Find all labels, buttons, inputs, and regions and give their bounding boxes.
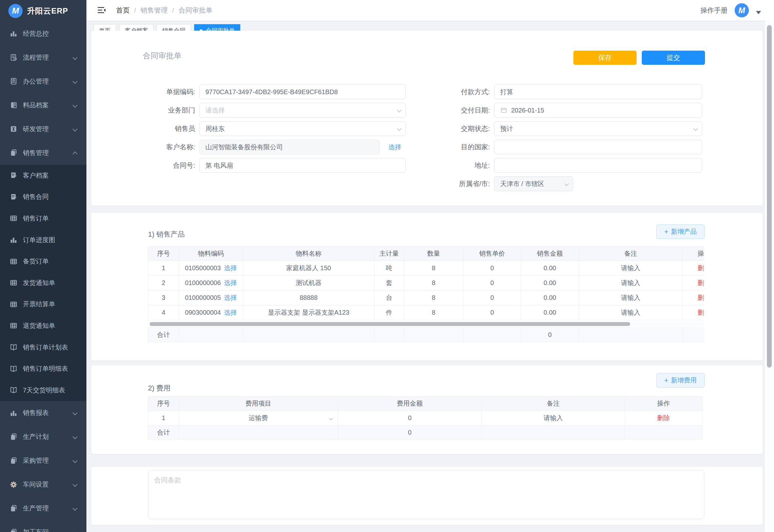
sidebar-item-sales-order-detail[interactable]: 销售订单明细表 [0, 358, 86, 379]
sidebar-item-sales-contract[interactable]: 销售合同 [0, 186, 86, 208]
breadcrumb-sales-mgmt[interactable]: 销售管理 [141, 6, 168, 15]
terms-field-wrap [148, 470, 704, 519]
sidebar-item-material-archive[interactable]: 料品档案 [0, 93, 86, 117]
products-hscrollbar-thumb[interactable] [150, 322, 630, 326]
sidebar-item-workshop-settings[interactable]: 车间设置 [0, 473, 86, 497]
select-link[interactable]: 选择 [224, 294, 237, 301]
delete-link[interactable]: 删除 [698, 294, 704, 301]
breadcrumb-separator: / [172, 6, 174, 14]
open-book-icon [10, 365, 17, 373]
select-link[interactable]: 选择 [224, 279, 237, 286]
user-menu-caret-icon[interactable] [756, 11, 761, 14]
sidebar-item-invoice-settlement[interactable]: 开票结算单 [0, 294, 86, 315]
document-edit-icon [10, 193, 17, 201]
breadcrumb: 首页 / 销售管理 / 合同审批单 [116, 6, 213, 15]
sidebar-item-stock-order[interactable]: 备货订单 [0, 251, 86, 272]
submit-button[interactable]: 提交 [642, 51, 705, 65]
documents-icon [10, 433, 17, 441]
save-button[interactable]: 保存 [573, 51, 637, 65]
remark-input[interactable]: 请输入 [579, 305, 683, 320]
doc-code-field[interactable] [199, 84, 406, 99]
process-icon [10, 54, 17, 61]
delete-link[interactable]: 删除 [657, 414, 670, 421]
delete-link[interactable]: 删除 [698, 309, 704, 316]
open-book-icon [10, 386, 17, 394]
i-square-icon [10, 125, 17, 133]
products-card: 1) 销售产品 + 新增产品 序号 物料编码 物料名称 主计量 数量 销售单价 … [91, 213, 763, 360]
delete-link[interactable]: 删除 [698, 279, 704, 286]
products-total-clip: 合计 0 [148, 328, 704, 342]
select-link[interactable]: 选择 [224, 264, 237, 271]
bar-chart-icon [10, 409, 17, 417]
destination-country-field[interactable] [494, 140, 702, 154]
province-city-select[interactable] [494, 176, 573, 191]
destination-country-row: 目的国家: [407, 140, 702, 154]
products-table: 序号 物料编码 物料名称 主计量 数量 销售单价 销售金额 备注 操作 1 01… [148, 246, 704, 320]
sidebar-item-return-notice[interactable]: 退货通知单 [0, 315, 86, 337]
sidebar-collapse-icon[interactable] [97, 5, 106, 15]
sidebar-item-rd-mgmt[interactable]: 研发管理 [0, 117, 86, 141]
form-left-column: 单据编码: 业务部门 销售员 客户名称: 选择 合同号: [104, 84, 406, 176]
fees-header-row: 序号 费用项目 费用金额 备注 操作 [148, 397, 702, 411]
top-header: 首页 / 销售管理 / 合同审批单 操作手册 M [86, 0, 774, 21]
product-row: 1 0105000003选择 家庭机器人 150 吨 8 0 0.00 请输入 … [148, 261, 705, 276]
contract-form-card: 合同审批单 保存 提交 单据编码: 业务部门 销售员 客户名称: [91, 31, 763, 206]
table-icon [10, 279, 17, 287]
sidebar-item-sales-order-plan[interactable]: 销售订单计划表 [0, 337, 86, 358]
sidebar-item-order-progress[interactable]: 订单进度图 [0, 229, 86, 251]
fees-section-title: 2) 费用 [148, 383, 171, 393]
sidebar-item-sales-report[interactable]: 销售报表 [0, 401, 86, 425]
chevron-down-icon [73, 55, 78, 60]
sidebar-item-customer-archive[interactable]: 客户档案 [0, 165, 86, 186]
delete-link[interactable]: 删除 [698, 264, 704, 271]
add-fee-button[interactable]: + 新增费用 [656, 373, 705, 388]
sidebar-item-purchase-mgmt[interactable]: 采购管理 [0, 449, 86, 473]
sidebar-item-seven-day-delivery[interactable]: 7天交货明细表 [0, 379, 86, 401]
user-avatar[interactable]: M [735, 3, 749, 17]
remark-input[interactable]: 请输入 [579, 261, 683, 276]
sidebar-item-production-mgmt[interactable]: 生产管理 [0, 497, 86, 520]
app-logo[interactable]: M 升阳云ERP [0, 0, 86, 22]
fees-total-amount: 0 [338, 426, 482, 440]
add-product-button[interactable]: + 新增产品 [656, 224, 705, 239]
manual-link[interactable]: 操作手册 [700, 6, 728, 15]
sidebar-item-production-plan[interactable]: 生产计划 [0, 425, 86, 449]
sidebar-item-business-overview[interactable]: 经营总控 [0, 22, 86, 45]
chevron-down-icon [73, 530, 78, 532]
salesperson-select[interactable] [199, 121, 406, 136]
plus-icon: + [664, 377, 669, 384]
products-section-title: 1) 销售产品 [148, 230, 185, 239]
remark-input[interactable]: 请输入 [579, 276, 683, 291]
chevron-down-icon [73, 458, 78, 463]
table-icon [10, 258, 17, 265]
chevron-down-icon [73, 434, 78, 439]
chevron-down-icon [73, 79, 78, 84]
documents-icon [10, 457, 17, 465]
sidebar-item-sales-mgmt[interactable]: 销售管理 [0, 141, 86, 165]
sidebar-item-processing-workshop[interactable]: 加工车间 [0, 520, 86, 532]
page-title: 合同审批单 [143, 51, 182, 61]
sidebar-item-shipping-notice[interactable]: 发货通知单 [0, 272, 86, 294]
delivery-status-row: 交期状态: [407, 121, 702, 136]
customer-select-link[interactable]: 选择 [388, 143, 401, 152]
remark-input[interactable]: 请输入 [482, 411, 625, 426]
sidebar-item-process-mgmt[interactable]: 流程管理 [0, 45, 86, 69]
chevron-down-icon [73, 126, 78, 132]
delivery-date-field[interactable] [494, 103, 702, 118]
address-field[interactable] [494, 158, 702, 173]
documents-icon [10, 528, 17, 532]
document-edit-icon [10, 172, 17, 179]
contract-terms-textarea[interactable] [148, 470, 704, 519]
payment-method-field[interactable] [494, 84, 702, 99]
business-dept-select[interactable] [199, 103, 406, 118]
delivery-status-select[interactable] [494, 121, 702, 136]
select-link[interactable]: 选择 [224, 309, 237, 316]
contract-no-field[interactable] [199, 158, 406, 173]
breadcrumb-home[interactable]: 首页 [116, 6, 130, 15]
sidebar-item-sales-order[interactable]: 销售订单 [0, 208, 86, 229]
vertical-scrollbar-thumb[interactable] [767, 25, 772, 368]
remark-input[interactable]: 请输入 [579, 291, 683, 305]
sidebar-item-office-mgmt[interactable]: 办公管理 [0, 69, 86, 93]
fee-item-select[interactable]: 运输费 [179, 411, 338, 426]
book-icon [10, 101, 17, 109]
